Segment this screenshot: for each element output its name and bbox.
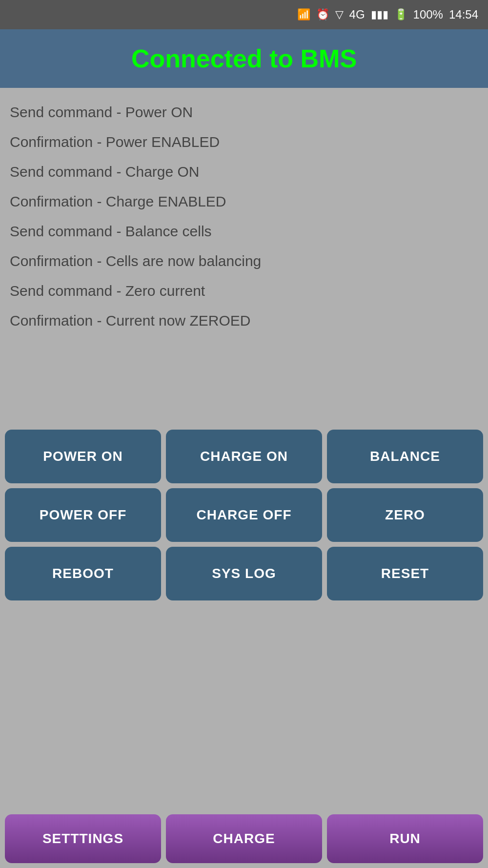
charge-off-button[interactable]: CHARGE OFF bbox=[166, 488, 322, 542]
alarm-icon: ⏰ bbox=[316, 8, 329, 21]
reset-button[interactable]: RESET bbox=[327, 547, 483, 600]
log-line: Confirmation - Current now ZEROED bbox=[10, 311, 478, 330]
charge-on-button[interactable]: CHARGE ON bbox=[166, 430, 322, 483]
zero-button[interactable]: ZERO bbox=[327, 488, 483, 542]
reboot-button[interactable]: REBOOT bbox=[5, 547, 161, 600]
connection-status-title: Connected to BMS bbox=[131, 44, 357, 73]
command-button-grid: POWER ON CHARGE ON BALANCE POWER OFF CHA… bbox=[0, 430, 488, 600]
log-line: Confirmation - Charge ENABLED bbox=[10, 192, 478, 211]
battery-icon: 🔋 bbox=[394, 8, 407, 21]
battery-level: 100% bbox=[413, 8, 443, 21]
sys-log-button[interactable]: SYS LOG bbox=[166, 547, 322, 600]
log-line: Send command - Charge ON bbox=[10, 162, 478, 181]
bottom-navigation: SETTTINGS CHARGE RUN bbox=[0, 809, 488, 868]
status-bar: 📶 ⏰ ▽ 4G ▮▮▮ 🔋 100% 14:54 bbox=[0, 0, 488, 29]
charge-nav-button[interactable]: CHARGE bbox=[166, 814, 322, 863]
app-header: Connected to BMS bbox=[0, 29, 488, 88]
wifi-icon: ▽ bbox=[335, 8, 344, 21]
log-area: Send command - Power ON Confirmation - P… bbox=[0, 88, 488, 430]
log-line: Confirmation - Cells are now balancing bbox=[10, 251, 478, 270]
log-line: Send command - Power ON bbox=[10, 103, 478, 122]
clock: 14:54 bbox=[449, 8, 478, 21]
network-indicator: 4G bbox=[349, 8, 365, 21]
log-line: Confirmation - Power ENABLED bbox=[10, 132, 478, 151]
balance-button[interactable]: BALANCE bbox=[327, 430, 483, 483]
power-on-button[interactable]: POWER ON bbox=[5, 430, 161, 483]
log-line: Send command - Balance cells bbox=[10, 222, 478, 241]
log-line: Send command - Zero current bbox=[10, 281, 478, 300]
bluetooth-icon: 📶 bbox=[297, 8, 310, 21]
power-off-button[interactable]: POWER OFF bbox=[5, 488, 161, 542]
settings-button[interactable]: SETTTINGS bbox=[5, 814, 161, 863]
signal-icon: ▮▮▮ bbox=[371, 8, 388, 21]
run-button[interactable]: RUN bbox=[327, 814, 483, 863]
